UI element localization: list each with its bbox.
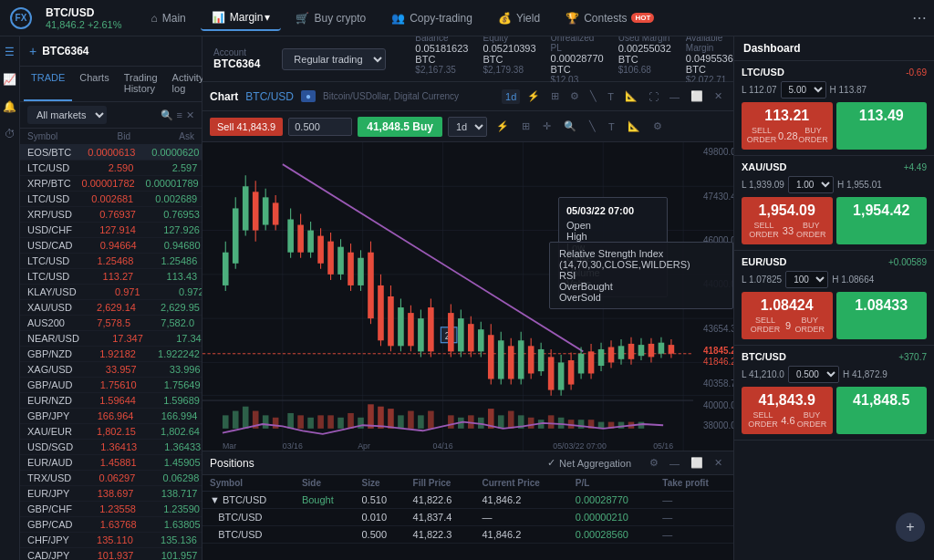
add-widget-button[interactable]: + bbox=[896, 513, 925, 542]
market-row[interactable]: TRX/USD 0.06297 0.06298 bbox=[20, 471, 202, 486]
positions-expand-button[interactable]: ⬜ bbox=[687, 455, 707, 471]
expand-chart-button[interactable]: ⬜ bbox=[687, 88, 707, 104]
nav-contests[interactable]: 🏆 Contests HOT bbox=[555, 6, 665, 30]
buy-price-card[interactable]: 1,954.42 bbox=[836, 197, 928, 244]
buy-price-card[interactable]: 41,848.5 bbox=[836, 387, 928, 434]
text-draw-button[interactable]: T bbox=[605, 119, 618, 134]
svg-text:41845.2: 41845.2 bbox=[703, 345, 733, 356]
settings-chart-button[interactable]: ⚙ bbox=[566, 88, 583, 104]
indicator-toggle-button[interactable]: ⚡ bbox=[493, 119, 513, 134]
tab-trading-history[interactable]: Trading History bbox=[117, 67, 165, 101]
instrument-size-select[interactable]: 0.500 bbox=[788, 366, 839, 383]
market-row[interactable]: EUR/AUD 1.45881 1.45905 bbox=[20, 455, 202, 471]
zoom-button[interactable]: 🔍 bbox=[560, 119, 580, 134]
sell-price-card[interactable]: 1,954.09 SELL ORDER 33 BUY ORDER bbox=[742, 197, 833, 244]
instrument-range: L 41,210.0 0.500 H 41,872.9 bbox=[742, 366, 927, 383]
chart-timeframe-select[interactable]: 1d bbox=[448, 117, 487, 137]
trading-mode-select[interactable]: Regular trading bbox=[282, 48, 386, 70]
ticker-symbol: BTC/USD bbox=[46, 6, 122, 19]
market-row[interactable]: USD/CHF 127.914 127.926 bbox=[20, 223, 202, 238]
market-row[interactable]: XAU/USD 2,629.14 2,629.95 bbox=[20, 300, 202, 316]
instrument-size-select[interactable]: 1.00 bbox=[788, 176, 834, 193]
draw-line-button[interactable]: ╲ bbox=[586, 88, 600, 104]
svg-rect-117 bbox=[243, 407, 249, 429]
market-row[interactable]: GBP/CHF 1.23558 1.23590 bbox=[20, 502, 202, 517]
list-icon[interactable]: ≡ bbox=[177, 109, 182, 121]
positions-minimize-button[interactable]: — bbox=[666, 455, 683, 471]
add-account-button[interactable]: + bbox=[29, 44, 36, 58]
nav-more-button[interactable]: ⋯ bbox=[912, 9, 927, 26]
timeframe-1d-button[interactable]: 1d bbox=[502, 89, 520, 104]
search-icon[interactable]: 🔍 bbox=[161, 109, 173, 121]
close-markets-icon[interactable]: ✕ bbox=[186, 109, 194, 121]
position-row[interactable]: ▼ BTC/USD Bought 0.510 41,822.6 41,846.2… bbox=[202, 492, 733, 509]
market-row[interactable]: LTC/USD 1.25468 1.25486 bbox=[20, 254, 202, 269]
nav-copy-trading[interactable]: 👥 Copy-trading bbox=[380, 6, 483, 30]
market-row[interactable]: LTC/USD 113.27 113.43 bbox=[20, 269, 202, 285]
market-row[interactable]: LTC/USD 2.590 2.597 bbox=[20, 161, 202, 176]
markets-icons: 🔍 ≡ ✕ bbox=[161, 109, 194, 121]
market-row[interactable]: KLAY/USD 0.971 0.972 bbox=[20, 285, 202, 300]
nav-buy-crypto[interactable]: 🛒 Buy crypto bbox=[285, 6, 377, 30]
sidebar-markets-icon[interactable]: ☰ bbox=[2, 44, 18, 60]
nav-margin[interactable]: 📊 Margin ▾ bbox=[201, 5, 282, 31]
market-row[interactable]: GBP/JPY 166.964 166.994 bbox=[20, 409, 202, 424]
markets-filter-select[interactable]: All markets bbox=[27, 106, 107, 124]
crosshair-button[interactable]: ✛ bbox=[539, 119, 555, 134]
position-row[interactable]: BTC/USD 0.500 41,822.3 41,846.2 0.000285… bbox=[202, 526, 733, 544]
market-row[interactable]: XAU/EUR 1,802.15 1,802.64 bbox=[20, 424, 202, 440]
market-row[interactable]: NEAR/USD 17.347 17.348 bbox=[20, 331, 202, 347]
minimize-chart-button[interactable]: — bbox=[666, 89, 683, 104]
market-row[interactable]: EUR/NZD 1.59644 1.59689 bbox=[20, 393, 202, 409]
market-row[interactable]: CHF/JPY 135.110 135.136 bbox=[20, 533, 202, 548]
market-row[interactable]: EUR/JPY 138.697 138.717 bbox=[20, 486, 202, 502]
measure-button[interactable]: 📐 bbox=[624, 119, 644, 134]
market-row[interactable]: LTC/USD 0.002681 0.002689 bbox=[20, 192, 202, 207]
close-chart-button[interactable]: ✕ bbox=[711, 88, 726, 104]
positions-close-button[interactable]: ✕ bbox=[711, 455, 726, 471]
market-row[interactable]: AUS200 7,578.5 7,582.0 bbox=[20, 316, 202, 331]
instrument-card: BTC/USD +370.7 L 41,210.0 0.500 H 41,872… bbox=[734, 346, 934, 441]
market-row[interactable]: GBP/NZD 1.92182 1.922242 bbox=[20, 347, 202, 362]
market-row[interactable]: GBP/CAD 1.63768 1.63805 bbox=[20, 517, 202, 533]
sell-price-card[interactable]: 113.21 SELL ORDER 0.28 BUY ORDER bbox=[742, 102, 833, 150]
chart-type-button[interactable]: ⊞ bbox=[547, 88, 563, 104]
instrument-size-select[interactable]: 5.00 bbox=[781, 81, 826, 99]
market-row[interactable]: CAD/JPY 101.937 101.957 bbox=[20, 548, 202, 560]
position-row[interactable]: BTC/USD 0.010 41,837.4 — 0.00000210 — bbox=[202, 509, 733, 526]
sidebar-chart-icon[interactable]: 📈 bbox=[2, 71, 18, 88]
svg-text:40000.0: 40000.0 bbox=[703, 400, 733, 411]
overlay-button[interactable]: ⊞ bbox=[518, 119, 534, 134]
positions-settings-button[interactable]: ⚙ bbox=[646, 455, 662, 471]
tab-trade[interactable]: TRADE bbox=[24, 67, 72, 101]
instrument-size-select[interactable]: 100 bbox=[785, 271, 828, 288]
order-size-input[interactable] bbox=[288, 118, 352, 136]
market-row[interactable]: XRP/BTC 0.00001782 0.00001789 bbox=[20, 176, 202, 192]
indicator-button[interactable]: ⚡ bbox=[524, 88, 544, 104]
market-row[interactable]: EOS/BTC 0.0000613 0.0000620 bbox=[20, 145, 202, 161]
sell-button[interactable]: Sell 41,843.9 bbox=[210, 118, 283, 136]
sell-price-card[interactable]: 41,843.9 SELL ORDER 4.6 BUY ORDER bbox=[742, 387, 833, 434]
svg-text:04/16: 04/16 bbox=[433, 441, 453, 450]
market-row[interactable]: XRP/USD 0.76937 0.76953 bbox=[20, 207, 202, 223]
instrument-prices: 113.21 SELL ORDER 0.28 BUY ORDER 113.49 bbox=[742, 102, 927, 150]
net-aggregation-toggle[interactable]: ✓ Net Aggregation bbox=[547, 457, 631, 469]
tab-charts[interactable]: Charts bbox=[72, 67, 116, 101]
sidebar-clock-icon[interactable]: ⏱ bbox=[2, 126, 18, 142]
nav-yield[interactable]: 💰 Yield bbox=[487, 6, 551, 30]
chart-settings-gear[interactable]: ⚙ bbox=[649, 119, 666, 134]
buy-price-card[interactable]: 113.49 bbox=[836, 102, 928, 150]
market-row[interactable]: GBP/AUD 1.75610 1.75649 bbox=[20, 378, 202, 393]
fullscreen-button[interactable]: ⛶ bbox=[645, 89, 662, 104]
ruler-button[interactable]: 📐 bbox=[621, 88, 641, 104]
text-tool-button[interactable]: T bbox=[604, 89, 617, 104]
market-row[interactable]: USD/SGD 1.36413 1.36433 bbox=[20, 440, 202, 455]
market-row[interactable]: USD/CAD 0.94664 0.94680 bbox=[20, 238, 202, 254]
line-tool-button[interactable]: ╲ bbox=[586, 119, 599, 134]
sidebar-bell-icon[interactable]: 🔔 bbox=[2, 99, 18, 115]
buy-price-card[interactable]: 1.08433 bbox=[836, 292, 928, 339]
market-row[interactable]: XAG/USD 33.957 33.996 bbox=[20, 362, 202, 378]
nav-main[interactable]: ⌂ Main bbox=[140, 6, 197, 30]
account-header: + BTC6364 bbox=[20, 36, 202, 67]
sell-price-card[interactable]: 1.08424 SELL ORDER 9 BUY ORDER bbox=[742, 292, 833, 339]
